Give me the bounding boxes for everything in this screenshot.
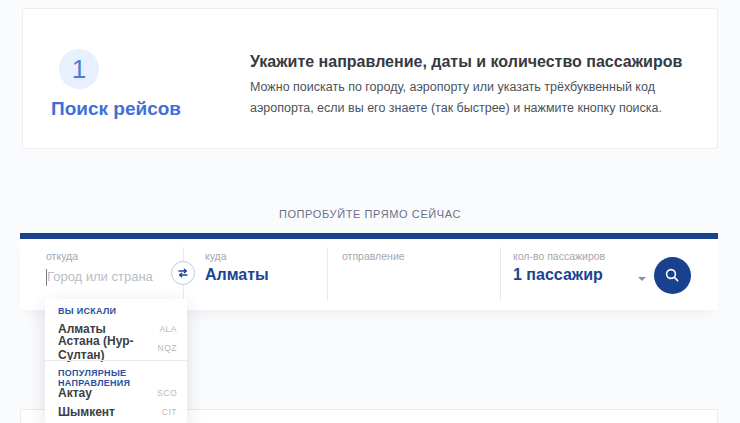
search-bar-accent-stripe xyxy=(20,233,718,239)
try-now-label: ПОПРОБУЙТЕ ПРЯМО СЕЙЧАС xyxy=(0,208,740,220)
dropdown-section-header-recent: ВЫ ИСКАЛИ xyxy=(58,306,116,316)
from-field-label: откуда xyxy=(46,250,78,262)
city-name: Шымкент xyxy=(58,405,115,419)
step-title: Поиск рейсов xyxy=(41,98,191,120)
to-field-label: куда xyxy=(205,250,227,262)
dropdown-item-shymkent[interactable]: Шымкент CIT xyxy=(45,402,187,421)
city-suggestions-dropdown: ВЫ ИСКАЛИ Алматы ALA Астана (Нур-Султан)… xyxy=(45,299,187,423)
step-number-badge: 1 xyxy=(59,49,99,89)
swap-directions-button[interactable] xyxy=(171,261,195,285)
airport-code: ALA xyxy=(159,324,177,334)
magnifier-icon xyxy=(664,267,681,284)
dropdown-item-aktau[interactable]: Актау SCO xyxy=(45,383,187,402)
chevron-down-icon[interactable] xyxy=(638,277,646,281)
step-number: 1 xyxy=(72,54,86,85)
airport-code: CIT xyxy=(162,407,177,417)
city-name: Актау xyxy=(58,386,92,400)
search-submit-button[interactable] xyxy=(654,257,691,294)
city-name: Астана (Нур-Султан) xyxy=(58,334,158,362)
from-city-input[interactable] xyxy=(47,269,172,284)
dropdown-divider xyxy=(45,360,187,361)
dropdown-item-astana[interactable]: Астана (Нур-Султан) NQZ xyxy=(45,338,187,357)
airport-code: SCO xyxy=(157,388,177,398)
swap-horizontal-icon xyxy=(177,267,189,279)
field-divider xyxy=(500,247,501,301)
intro-description: Можно поискать по городу, аэропорту или … xyxy=(250,77,678,119)
passengers-value[interactable]: 1 пассажир xyxy=(513,266,603,284)
to-city-value[interactable]: Алматы xyxy=(205,266,269,284)
field-divider xyxy=(327,247,328,301)
intro-heading: Укажите направление, даты и количество п… xyxy=(250,53,690,71)
passengers-field-label: кол-во пассажиров xyxy=(513,250,605,262)
airport-code: NQZ xyxy=(158,343,177,353)
departure-date-field-label[interactable]: отправление xyxy=(342,250,405,262)
step-intro-card: 1 Поиск рейсов Укажите направление, даты… xyxy=(22,8,718,149)
